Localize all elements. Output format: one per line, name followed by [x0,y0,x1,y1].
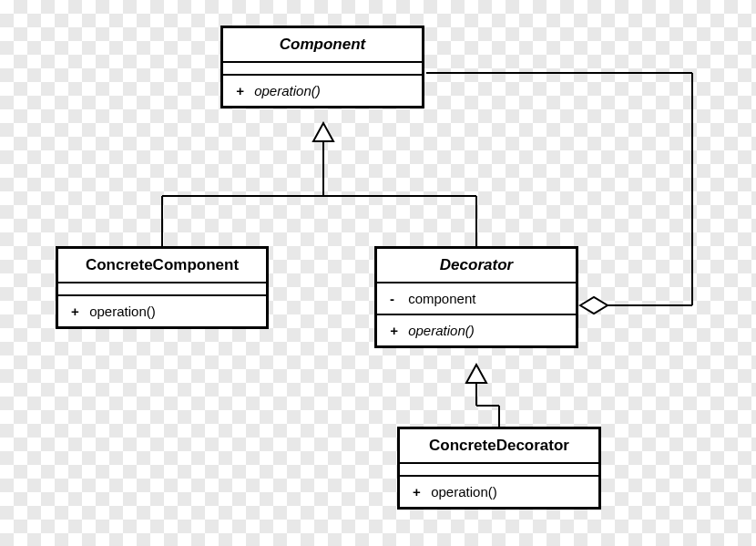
class-operations: + operation() [58,296,266,326]
class-attributes [58,283,266,296]
class-title: Component [223,28,422,63]
class-attributes [223,63,422,76]
operation-name: operation() [431,484,497,500]
class-operations: + operation() [377,315,576,345]
visibility: + [71,304,86,319]
class-decorator: Decorator - component + operation() [374,246,578,348]
visibility: + [390,323,404,338]
visibility: + [413,484,427,500]
aggregation-diamond [580,297,608,314]
class-title: Decorator [377,249,576,283]
class-operations: + operation() [400,477,598,507]
generalization-arrowhead [466,365,486,383]
operation-name: operation() [408,323,475,338]
class-title: ConcreteDecorator [400,429,598,464]
class-concrete-decorator: ConcreteDecorator + operation() [397,427,601,510]
operation-member: + operation() [71,302,253,321]
class-concrete-component: ConcreteComponent + operation() [56,246,269,329]
class-title: ConcreteComponent [58,249,266,283]
visibility: - [390,291,404,306]
operation-member: + operation() [390,321,563,340]
attribute-member: - component [390,289,563,308]
attribute-name: component [408,291,475,306]
operation-member: + operation() [413,482,586,501]
class-attributes [400,464,598,477]
operation-member: + operation() [236,81,409,100]
class-operations: + operation() [223,76,422,106]
visibility: + [236,83,250,98]
class-component: Component + operation() [220,26,424,108]
generalization-arrowhead [313,123,333,141]
operation-name: operation() [254,83,321,98]
class-attributes: - component [377,283,576,315]
operation-name: operation() [89,304,156,319]
